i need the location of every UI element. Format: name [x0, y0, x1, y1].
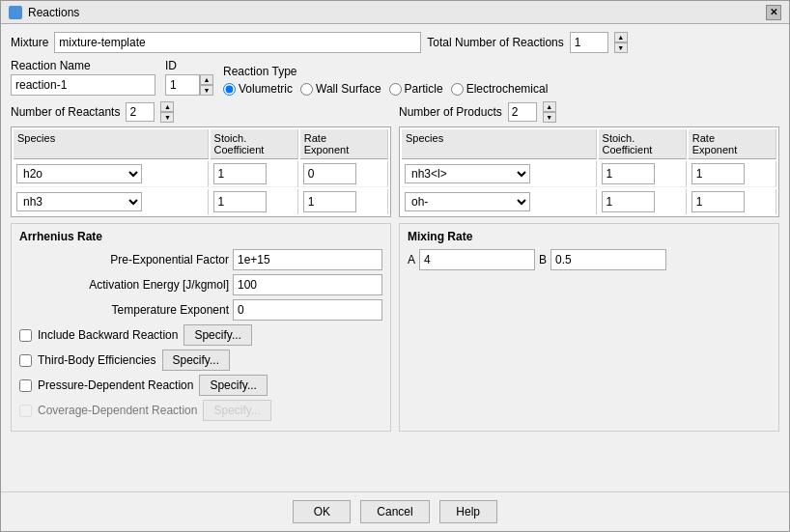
mixing-title: Mixing Rate — [408, 230, 771, 243]
close-button[interactable]: ✕ — [766, 5, 781, 20]
id-input[interactable] — [165, 74, 200, 96]
product-2-stoich-input[interactable] — [602, 191, 655, 212]
radio-electrochemical-label: Electrochemical — [466, 82, 549, 96]
reaction-type-radio-group: Volumetric Wall Surface Particle Electro… — [223, 82, 548, 96]
id-spinner-down[interactable]: ▼ — [200, 85, 213, 96]
reactants-spinner[interactable]: ▲ ▼ — [160, 101, 174, 123]
radio-particle-input[interactable] — [389, 83, 402, 96]
products-header-row: Number of Products ▲ ▼ — [399, 101, 779, 123]
product-2-stoich-cell — [599, 189, 687, 214]
id-label: ID — [165, 59, 213, 72]
radio-particle: Particle — [389, 82, 443, 96]
product-2-species-dropdown[interactable]: oh- — [406, 193, 529, 210]
pressure-dep-label: Pressure-Dependent Reaction — [38, 378, 193, 392]
include-backward-specify-btn[interactable]: Specify... — [183, 324, 251, 346]
reactants-label: Number of Reactants — [11, 105, 120, 119]
coverage-dep-checkbox — [19, 405, 32, 417]
pre-exp-label: Pre-Exponential Factor — [110, 253, 229, 266]
reaction-header-row: Reaction Name ID ▲ ▼ Reaction Type — [11, 59, 779, 96]
product-2-rate-input[interactable] — [691, 191, 745, 212]
total-reactions-spinner[interactable]: ▲ ▼ — [614, 32, 628, 53]
cancel-button[interactable]: Cancel — [360, 500, 429, 523]
title-bar: Reactions ✕ — [1, 1, 789, 24]
reaction-type-group: Reaction Type Volumetric Wall Surface Pa… — [223, 65, 548, 96]
radio-volumetric-input[interactable] — [223, 83, 236, 96]
reactants-count-input[interactable] — [126, 102, 155, 122]
products-col-stoich: Stoich.Coefficient — [599, 129, 687, 159]
products-spinner-down[interactable]: ▼ — [543, 112, 556, 123]
include-backward-label: Include Backward Reaction — [38, 328, 178, 342]
ok-button[interactable]: OK — [293, 500, 351, 523]
product-1-rate-input[interactable] — [691, 163, 745, 184]
total-reactions-input[interactable] — [570, 32, 608, 53]
id-spinner-up[interactable]: ▲ — [200, 74, 213, 85]
product-1-stoich-cell — [599, 161, 687, 187]
product-2-rate-cell — [689, 189, 776, 214]
product-1-species-dropdown[interactable]: nh3<l> — [406, 165, 529, 182]
radio-wall-surface-label: Wall Surface — [316, 82, 381, 96]
pre-exp-input[interactable] — [233, 249, 382, 270]
mixture-row: Mixture Total Number of Reactions ▲ ▼ — [11, 32, 779, 53]
title-bar-title: Reactions — [9, 6, 79, 19]
reactant-1-stoich-input[interactable] — [213, 163, 267, 184]
mixture-label: Mixture — [11, 36, 48, 49]
product-1-rate-cell — [689, 161, 776, 187]
id-spinner[interactable]: ▲ ▼ — [200, 74, 213, 96]
radio-volumetric-label: Volumetric — [239, 82, 293, 96]
product-1-stoich-input[interactable] — [602, 163, 655, 184]
reactant-2-species-cell: nh3 — [14, 189, 209, 214]
reactant-1-species-cell: h2o — [14, 161, 209, 187]
coverage-dep-row: Coverage-Dependent Reaction Specify... — [19, 400, 382, 421]
include-backward-row: Include Backward Reaction Specify... — [19, 324, 382, 346]
mixing-a-label: A — [408, 253, 415, 266]
third-body-specify-btn[interactable]: Specify... — [162, 350, 230, 371]
reactants-header-row: Number of Reactants ▲ ▼ — [11, 101, 391, 123]
products-col-rate: RateExponent — [689, 129, 776, 159]
reactant-2-rate-input[interactable] — [303, 191, 356, 212]
temp-exp-row: Temperature Exponent — [19, 299, 382, 321]
product-2-species-select[interactable]: oh- — [405, 192, 530, 211]
radio-particle-label: Particle — [405, 82, 443, 96]
reactant-1-rate-cell — [300, 161, 388, 187]
reactant-2-species-dropdown[interactable]: nh3 — [17, 193, 141, 210]
product-2-species-cell: oh- — [402, 189, 597, 214]
reactants-table: Species Stoich.Coefficient RateExponent … — [11, 126, 391, 217]
reactants-spinner-up[interactable]: ▲ — [160, 101, 174, 112]
reactant-2-species-select[interactable]: nh3 — [16, 192, 142, 211]
pressure-dep-row: Pressure-Dependent Reaction Specify... — [19, 375, 382, 396]
third-body-label: Third-Body Efficiencies — [38, 353, 156, 367]
products-panel: Number of Products ▲ ▼ Species Stoich.Co… — [399, 101, 779, 217]
radio-electrochemical-input[interactable] — [451, 83, 464, 96]
reaction-name-input[interactable] — [11, 74, 155, 96]
coverage-dep-label: Coverage-Dependent Reaction — [38, 404, 197, 417]
mixture-input[interactable] — [54, 32, 421, 53]
products-spinner[interactable]: ▲ ▼ — [543, 101, 556, 123]
radio-wall-surface-input[interactable] — [300, 83, 313, 96]
act-energy-input[interactable] — [233, 274, 382, 295]
reactants-col-stoich: Stoich.Coefficient — [211, 129, 298, 159]
spinner-down[interactable]: ▼ — [614, 42, 628, 53]
mixing-b-input[interactable] — [550, 249, 666, 270]
help-button[interactable]: Help — [439, 500, 497, 523]
reactant-2-stoich-input[interactable] — [213, 191, 267, 212]
product-row-1: nh3<l> — [402, 161, 776, 187]
mixing-a-input[interactable] — [419, 249, 535, 270]
products-count-input[interactable] — [508, 102, 537, 122]
temp-exp-input[interactable] — [233, 299, 382, 321]
product-1-species-select[interactable]: nh3<l> — [405, 164, 530, 183]
coverage-dep-specify-btn: Specify... — [203, 400, 270, 421]
reactant-1-species-select[interactable]: h2o — [16, 164, 142, 183]
dialog-icon — [9, 6, 22, 19]
pressure-dep-specify-btn[interactable]: Specify... — [199, 375, 267, 396]
act-energy-label: Activation Energy [J/kgmol] — [89, 278, 229, 292]
pressure-dep-checkbox[interactable] — [19, 379, 32, 392]
reactant-1-rate-input[interactable] — [303, 163, 356, 184]
species-panels: Number of Reactants ▲ ▼ Species Stoich.C… — [11, 101, 779, 217]
include-backward-checkbox[interactable] — [19, 329, 32, 342]
spinner-up[interactable]: ▲ — [614, 32, 628, 42]
reactants-spinner-down[interactable]: ▼ — [160, 112, 174, 123]
reaction-name-label: Reaction Name — [11, 59, 155, 72]
third-body-checkbox[interactable] — [19, 354, 32, 367]
reactant-1-species-dropdown[interactable]: h2o — [17, 165, 141, 182]
products-spinner-up[interactable]: ▲ — [543, 101, 556, 112]
